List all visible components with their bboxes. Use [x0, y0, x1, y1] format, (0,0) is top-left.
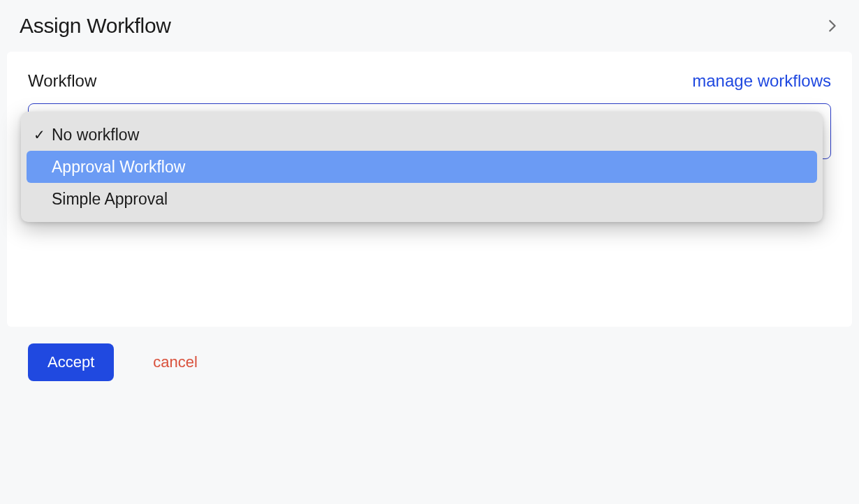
- workflow-select-wrapper: No workflow Approval Workflow Simple App…: [28, 103, 831, 159]
- manage-workflows-link[interactable]: manage workflows: [692, 71, 831, 91]
- cancel-link[interactable]: cancel: [153, 353, 198, 371]
- workflow-field-label: Workflow: [28, 71, 96, 91]
- page-container: Assign Workflow Workflow manage workflow…: [0, 0, 859, 405]
- accept-button[interactable]: Accept: [28, 343, 114, 381]
- chevron-right-icon[interactable]: [824, 15, 839, 36]
- field-header: Workflow manage workflows: [28, 71, 831, 91]
- page-title: Assign Workflow: [20, 14, 171, 38]
- page-header: Assign Workflow: [7, 7, 852, 52]
- dropdown-option-simple-approval[interactable]: Simple Approval: [27, 183, 817, 215]
- check-icon: [34, 126, 52, 143]
- form-panel: Workflow manage workflows No workflow Ap…: [7, 52, 852, 327]
- workflow-dropdown: No workflow Approval Workflow Simple App…: [21, 112, 823, 222]
- footer-actions: Accept cancel: [7, 327, 852, 398]
- dropdown-option-label: Approval Workflow: [52, 158, 810, 177]
- dropdown-option-approval-workflow[interactable]: Approval Workflow: [27, 151, 817, 183]
- dropdown-option-no-workflow[interactable]: No workflow: [27, 119, 817, 151]
- dropdown-option-label: No workflow: [52, 126, 810, 144]
- dropdown-option-label: Simple Approval: [52, 190, 810, 209]
